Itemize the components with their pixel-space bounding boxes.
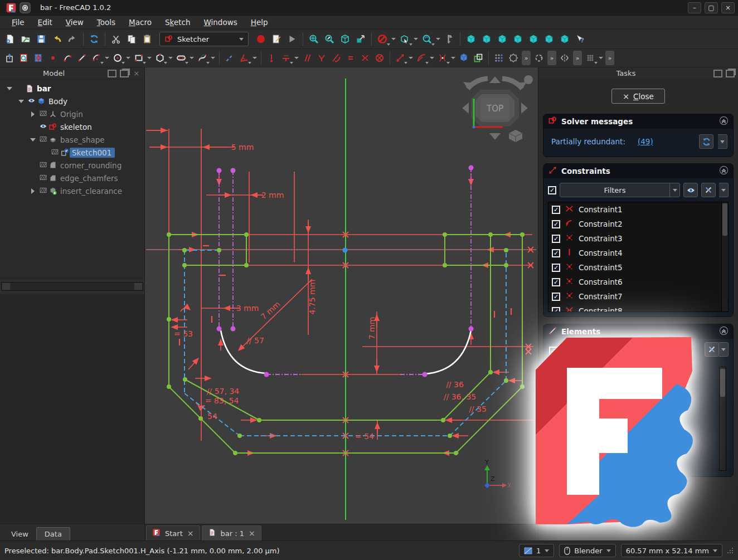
menu-file[interactable]: File [6, 17, 31, 28]
dimension-button[interactable] [393, 51, 407, 65]
zoom-tools-dropdown[interactable] [435, 32, 441, 46]
symmetry-mirror-button[interactable] [557, 51, 572, 65]
constrain-horizontal-distance-button[interactable] [279, 51, 293, 65]
constraint-settings-dropdown[interactable] [719, 183, 729, 197]
create-slot-button[interactable] [174, 51, 188, 65]
filters-checkbox[interactable]: ✓ [548, 186, 556, 194]
scroll-track[interactable] [11, 283, 134, 290]
tree-expander-icon[interactable] [30, 138, 36, 142]
tree-item-skeleton[interactable]: skeleton [0, 120, 144, 133]
dimension-label[interactable]: 4.75 mm [308, 280, 317, 315]
leave-sketch-button[interactable] [2, 51, 17, 65]
constraint-row-constraint3[interactable]: ✓Constraint3 [548, 231, 728, 246]
elements-settings-button[interactable] [705, 342, 719, 357]
create-point-button[interactable] [46, 51, 60, 65]
view-isometric-button[interactable] [463, 31, 479, 47]
tree-item-base_shape[interactable]: base_shape [0, 133, 144, 146]
rotate-geometry-button[interactable] [532, 51, 546, 65]
dimension-label[interactable]: // 57, 34 [207, 387, 239, 396]
constraint-checkbox[interactable]: ✓ [552, 264, 560, 272]
dropdown-arrow-icon[interactable] [185, 62, 188, 64]
tab-data[interactable]: Data [36, 527, 70, 540]
create-line-button[interactable] [75, 51, 89, 65]
create-rectangle-dropdown[interactable] [146, 51, 153, 65]
filters-combo[interactable]: Filters [560, 183, 680, 197]
create-arc-button[interactable] [89, 51, 104, 65]
dimension-label[interactable]: 3 mm [236, 304, 259, 313]
dimension-label[interactable]: 54 [207, 412, 217, 421]
constrain-angle-button[interactable] [237, 51, 251, 65]
dimension-label[interactable]: = 54 [355, 432, 374, 441]
dropdown-arrow-icon[interactable] [290, 62, 293, 64]
zoom-selection-button[interactable] [322, 31, 337, 47]
viewport-dimensions-combo[interactable]: 60.57 mm x 52.14 mm [621, 544, 722, 557]
dropdown-arrow-icon[interactable] [206, 62, 210, 64]
constraint-row-constraint6[interactable]: ✓Constraint6 [548, 275, 728, 289]
dock-float-icon[interactable] [726, 70, 735, 77]
toggle-grid-button[interactable] [583, 51, 598, 65]
view-front-button[interactable] [479, 31, 494, 47]
elements-checkbox[interactable]: ✓ [549, 347, 557, 355]
refresh-button[interactable] [86, 31, 102, 47]
dropdown-arrow-icon[interactable] [164, 62, 167, 64]
constraint-row-constraint8[interactable]: ✓Constraint8 [548, 304, 728, 312]
cut-button[interactable] [108, 31, 124, 47]
menu-tools[interactable]: Tools [91, 17, 122, 28]
tree-item-sketch001[interactable]: Sketch001 [0, 146, 144, 159]
measure-button[interactable] [441, 31, 457, 47]
new-document-button[interactable] [2, 31, 18, 47]
dimension-label[interactable]: 7 mm [367, 317, 376, 340]
create-bspline-button[interactable] [195, 51, 210, 65]
menu-macro[interactable]: Macro [123, 17, 158, 28]
resize-grip[interactable] [727, 547, 734, 554]
menu-sketch[interactable]: Sketch [159, 17, 197, 28]
tree-expander-icon[interactable] [31, 111, 35, 117]
constrain-parallel-button[interactable] [300, 51, 314, 65]
macro-edit-button[interactable] [269, 31, 284, 47]
tree-item-corner_rounding[interactable]: corner_rounding [0, 159, 144, 172]
navigation-cube[interactable]: TOP [455, 72, 535, 144]
constraint-checkbox[interactable]: ✓ [552, 235, 560, 243]
maximize-button[interactable]: ▢ [705, 2, 718, 13]
trim-edge-dropdown[interactable] [450, 51, 457, 65]
carbon-copy-button[interactable] [471, 51, 485, 65]
menu-help[interactable]: Help [245, 17, 274, 28]
tree-expander-icon[interactable] [7, 87, 12, 90]
constrain-angle-dropdown[interactable] [251, 51, 258, 65]
whats-this-button[interactable]: ? [572, 31, 588, 47]
dropdown-arrow-icon[interactable] [431, 43, 435, 46]
dock-close-icon[interactable]: × [132, 70, 141, 77]
paste-button[interactable] [139, 31, 155, 47]
show-hide-constraints-button[interactable] [683, 183, 698, 197]
dropdown-arrow-icon[interactable] [122, 62, 125, 64]
constraint-row-constraint5[interactable]: ✓Constraint5 [548, 260, 728, 275]
dropdown-arrow-icon[interactable] [404, 62, 407, 64]
constraint-row-constraint7[interactable]: ✓Constraint7 [548, 289, 728, 304]
constraint-checkbox[interactable]: ✓ [552, 307, 560, 313]
elements-settings-dropdown[interactable] [719, 342, 729, 357]
constrain-radius-dropdown[interactable] [429, 51, 435, 65]
system-menu-icon[interactable] [19, 2, 31, 14]
constrain-vertical-distance-button[interactable] [264, 51, 279, 65]
constraint-checkbox[interactable]: ✓ [552, 220, 560, 228]
macro-play-button[interactable] [284, 31, 300, 47]
constraint-checkbox[interactable]: ✓ [552, 293, 560, 301]
toolbar-overflow-button[interactable]: » [605, 51, 614, 65]
toolbar-overflow-button[interactable]: » [547, 51, 556, 65]
solver-refresh-button[interactable] [699, 134, 713, 149]
view-rear-button[interactable] [526, 31, 541, 47]
create-polyline-button[interactable] [60, 51, 75, 65]
create-polygon-dropdown[interactable] [167, 51, 174, 65]
constraint-row-constraint1[interactable]: ✓Constraint1 [548, 202, 728, 217]
antialiasing-combo[interactable]: 1 [519, 544, 554, 557]
dimension-label[interactable]: // 36 [446, 380, 464, 389]
tree-expander-icon[interactable] [31, 188, 35, 194]
3d-viewport[interactable]: 5 mm2 mm3 mm7 mm4.75 mm7 mm= 53// 57// 5… [145, 67, 538, 524]
dimension-label[interactable]: = 53 [174, 329, 193, 338]
redundant-count-link[interactable]: (49) [638, 137, 653, 146]
mdi-tab-bar-1[interactable]: bar : 1× [202, 525, 261, 540]
constrain-radius-button[interactable] [414, 51, 429, 65]
dimension-dropdown[interactable] [407, 51, 414, 65]
macro-record-button[interactable] [253, 31, 269, 47]
zoom-tools-button[interactable] [419, 31, 435, 47]
